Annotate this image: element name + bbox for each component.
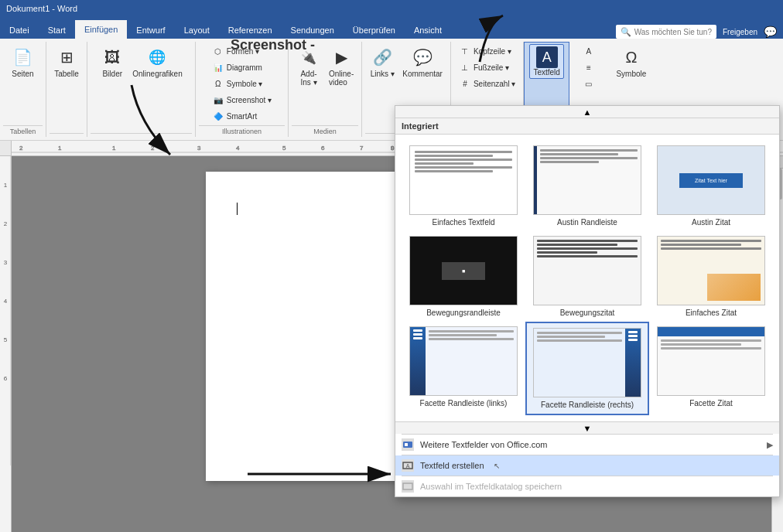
group-label-tabellen: Tabellen: [3, 125, 43, 137]
svg-text:1: 1: [58, 145, 62, 152]
weitere-arrow-icon: ▶: [767, 440, 773, 450]
dropdown-grid: Einfaches Textfeld Austin Randleiste: [395, 135, 779, 421]
scroll-up-dropdown[interactable]: ▲: [395, 106, 779, 118]
dropdown-item-facette-links[interactable]: Facette Randleiste (links): [402, 322, 525, 415]
symbole-right-icon: Ω: [619, 45, 644, 70]
doc-cursor: [237, 203, 238, 215]
group-seiten: 📄 Seiten Tabellen: [0, 42, 46, 137]
btn-extra3[interactable]: ▭: [580, 76, 598, 91]
cursor-indicator: ↖: [494, 462, 500, 470]
weitere-icon: [402, 438, 414, 451]
label-bewegungsrandleiste: Bewegungsrandleiste: [426, 309, 501, 317]
extra2-icon: ≡: [583, 61, 595, 73]
svg-text:A: A: [406, 463, 410, 469]
dropdown-item-facette-rechts[interactable]: Facette Randleiste (rechts): [525, 322, 649, 415]
label-bewegungszitat: Bewegungszitat: [560, 309, 615, 317]
svg-text:2: 2: [19, 145, 23, 152]
label-einfaches-textfeld: Einfaches Textfeld: [433, 218, 495, 227]
dropdown-item-facette-zitat[interactable]: Facette Zitat: [649, 322, 773, 415]
group-bilder: 🖼 Bilder 🌐 Onlinegrafiken: [87, 42, 196, 137]
auswahl-speichern-icon: [402, 480, 414, 493]
svg-rect-21: [405, 443, 408, 446]
btn-extra2[interactable]: ≡: [580, 60, 598, 75]
svg-rect-24: [403, 483, 412, 489]
title-text: Dokument1 - Word: [6, 4, 77, 13]
svg-text:3: 3: [197, 145, 201, 152]
tab-layout[interactable]: Layout: [175, 22, 219, 39]
tab-einfuegen[interactable]: Einfügen: [75, 20, 127, 39]
dropdown-item-austin-randleiste[interactable]: Austin Randleiste: [525, 141, 649, 231]
group-label-illustrationen: Illustrationen: [199, 125, 285, 137]
menu-item-textfeld-erstellen[interactable]: A Textfeld erstellen ↖: [395, 455, 779, 476]
ruler-vertical: 1 2 3 4 5 6: [0, 156, 12, 532]
onlinegrafiken-icon: 🌐: [145, 45, 169, 70]
btn-extra1[interactable]: A: [580, 43, 598, 59]
btn-formen[interactable]: ⬡ Formen ▾: [209, 43, 275, 59]
svg-text:5: 5: [4, 336, 8, 343]
tab-referenzen[interactable]: Referenzen: [219, 22, 282, 39]
btn-seiten[interactable]: 📄 Seiten: [8, 43, 39, 80]
btn-kopfzeile[interactable]: ⊤ Kopfzeile ▾: [456, 43, 518, 59]
svg-text:1: 1: [112, 145, 116, 152]
btn-onlinevideo[interactable]: ▶ Online-video: [326, 43, 357, 88]
thumb-einfaches-zitat: [657, 236, 765, 305]
textfeld-erstellen-label: Textfeld erstellen: [420, 461, 484, 470]
scroll-down-dropdown[interactable]: ▼: [395, 421, 779, 434]
dropdown-item-einfaches-zitat[interactable]: Einfaches Zitat: [649, 231, 773, 322]
dropdown-item-austin-zitat[interactable]: Zitat Text hier Austin Zitat: [649, 141, 773, 231]
btn-links[interactable]: 🔗 Links ▾: [367, 43, 398, 80]
thumb-einfaches-textfeld: [409, 145, 518, 215]
btn-kommentar[interactable]: 💬 Kommentar: [399, 43, 446, 80]
textfeld-icon: A: [536, 46, 558, 68]
menu-item-weitere-textfelder[interactable]: Weitere Textfelder von Office.com ▶: [395, 435, 779, 455]
btn-diagramm[interactable]: 📊 Diagramm: [209, 60, 275, 75]
onlinevideo-icon: ▶: [329, 45, 354, 70]
tabelle-icon: ⊞: [54, 45, 79, 70]
svg-text:4: 4: [4, 298, 8, 305]
btn-tabelle[interactable]: ⊞ Tabelle: [51, 43, 82, 80]
title-bar: Dokument1 - Word: [0, 0, 783, 17]
btn-addins[interactable]: 🔌 Add-Ins ▾: [293, 43, 324, 88]
svg-text:1: 1: [4, 182, 8, 189]
label-austin-randleiste: Austin Randleiste: [557, 218, 617, 227]
tab-sendungen[interactable]: Sendungen: [282, 22, 344, 39]
ruler-corner: [0, 141, 12, 156]
fusszeile-icon: ⊥: [459, 61, 471, 73]
btn-smartart[interactable]: 🔷 SmartArt: [209, 108, 275, 124]
svg-text:7: 7: [360, 145, 364, 152]
tab-entwurf[interactable]: Entwurf: [127, 22, 174, 39]
label-facette-links: Facette Randleiste (links): [420, 399, 508, 408]
tab-ansicht[interactable]: Ansicht: [405, 22, 451, 39]
label-facette-zitat: Facette Zitat: [689, 399, 733, 408]
tab-start[interactable]: Start: [39, 22, 75, 39]
dropdown-item-bewegungsrandleiste[interactable]: ■ Bewegungsrandleiste: [402, 231, 525, 322]
thumb-facette-rechts: [533, 328, 641, 397]
addins-icon: 🔌: [296, 45, 321, 70]
svg-text:6: 6: [321, 145, 325, 152]
btn-symbole[interactable]: Ω Symbole ▾: [209, 76, 275, 91]
textfeld-erstellen-icon: A: [402, 459, 414, 472]
btn-screenshot[interactable]: 📷 Screenshot ▾: [209, 92, 275, 107]
auswahl-speichern-label: Auswahl im Textfeldkatalog speichern: [420, 482, 562, 491]
comment-icon[interactable]: 💬: [764, 26, 777, 38]
kopfzeile-icon: ⊤: [459, 45, 471, 57]
tab-datei[interactable]: Datei: [0, 22, 39, 39]
svg-text:2: 2: [151, 145, 155, 152]
bilder-icon: 🖼: [100, 45, 125, 70]
group-tabelle: ⊞ Tabelle: [46, 42, 87, 137]
btn-symbole-right[interactable]: Ω Symbole: [613, 43, 649, 80]
weitere-textfelder-label: Weitere Textfelder von Office.com: [420, 440, 547, 449]
btn-fusszeile[interactable]: ⊥ Fußzeile ▾: [456, 60, 518, 75]
dropdown-item-einfaches-textfeld[interactable]: Einfaches Textfeld: [402, 141, 525, 231]
svg-text:5: 5: [282, 145, 286, 152]
dropdown-item-bewegungszitat[interactable]: Bewegungszitat: [525, 231, 649, 322]
btn-seitenzahl[interactable]: # Seitenzahl ▾: [456, 76, 518, 91]
freigeben-btn[interactable]: Freigeben: [723, 28, 757, 36]
label-einfaches-zitat: Einfaches Zitat: [686, 309, 737, 317]
btn-textfeld[interactable]: A Textfeld: [529, 44, 563, 79]
btn-bilder[interactable]: 🖼 Bilder: [97, 43, 128, 80]
tab-ueberpruefen[interactable]: Überprüfen: [344, 22, 405, 39]
svg-text:4: 4: [236, 145, 240, 152]
search-input[interactable]: Was möchten Sie tun?: [634, 28, 712, 36]
btn-onlinegrafiken[interactable]: 🌐 Onlinegrafiken: [129, 43, 185, 80]
